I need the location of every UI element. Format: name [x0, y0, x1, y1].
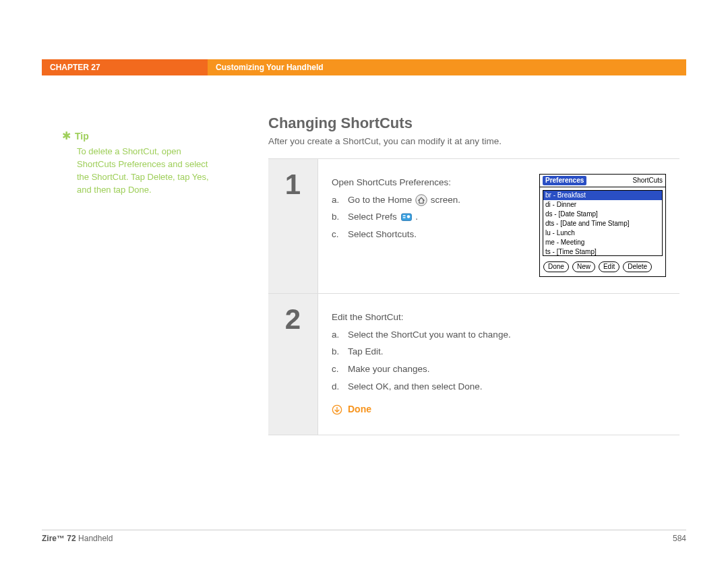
list-item[interactable]: dts - [Date and Time Stamp]: [543, 219, 662, 228]
chapter-title: Customizing Your Handheld: [208, 59, 686, 75]
step-1-item-b: b. Select Prefs .: [332, 208, 527, 226]
palm-preferences-panel: Preferences ShortCuts br - Breakfast di …: [539, 174, 666, 277]
list-item[interactable]: br - Breakfast: [543, 191, 662, 200]
footer-page-number: 584: [673, 534, 686, 543]
step-2-item-c: c. Make your changes.: [332, 361, 666, 378]
list-item[interactable]: ts - [Time Stamp]: [543, 247, 662, 256]
step-2-item-b: b. Tap Edit.: [332, 343, 666, 361]
steps-container: 1 Open ShortCuts Preferences: a. Go to t…: [268, 158, 679, 435]
prefs-icon: [400, 211, 413, 224]
list-item[interactable]: lu - Lunch: [543, 228, 662, 238]
step-2: 2 Edit the ShortCut: a. Select the Short…: [268, 294, 679, 435]
done-arrow-icon: [332, 404, 342, 415]
header-bar: CHAPTER 27 Customizing Your Handheld: [42, 59, 686, 75]
tip-label: Tip: [75, 131, 89, 142]
done-indicator: Done: [332, 400, 666, 418]
step-2-title: Edit the ShortCut:: [332, 309, 666, 326]
intro-text: After you create a ShortCut, you can mod…: [268, 136, 679, 146]
page-heading: Changing ShortCuts: [268, 115, 679, 132]
footer-product: Zire™ 72 Handheld: [42, 534, 113, 543]
step-1-title: Open ShortCuts Preferences:: [332, 174, 527, 191]
step-2-item-a: a. Select the ShortCut you want to chang…: [332, 326, 666, 344]
done-button[interactable]: Done: [543, 261, 569, 272]
tip-sidebar: ✱ Tip To delete a ShortCut, open ShortCu…: [62, 131, 214, 196]
step-1-item-c: c. Select Shortcuts.: [332, 226, 527, 243]
palm-title-right: ShortCuts: [633, 176, 663, 185]
step-1-item-a: a. Go to the Home screen.: [332, 191, 527, 209]
step-1-text: Open ShortCuts Preferences: a. Go to the…: [332, 174, 527, 277]
home-icon: [415, 193, 428, 207]
list-item[interactable]: ds - [Date Stamp]: [543, 210, 662, 219]
svg-rect-2: [402, 215, 405, 216]
footer-rule: [42, 530, 686, 530]
tip-star-icon: ✱: [62, 131, 71, 142]
step-2-item-d: d. Select OK, and then select Done.: [332, 378, 666, 396]
edit-button[interactable]: Edit: [599, 261, 619, 272]
palm-shortcut-list[interactable]: br - Breakfast di - Dinner ds - [Date St…: [543, 190, 663, 256]
new-button[interactable]: New: [572, 261, 595, 272]
list-item[interactable]: di - Dinner: [543, 200, 662, 210]
step-number: 2: [268, 294, 318, 435]
step-number: 1: [268, 159, 318, 293]
main-content: Changing ShortCuts After you create a Sh…: [268, 115, 679, 435]
delete-button[interactable]: Delete: [623, 261, 652, 272]
footer: Zire™ 72 Handheld 584: [42, 534, 686, 543]
step-1: 1 Open ShortCuts Preferences: a. Go to t…: [268, 159, 679, 294]
palm-title-left: Preferences: [543, 176, 586, 185]
list-item[interactable]: me - Meeting: [543, 238, 662, 247]
svg-rect-3: [402, 217, 405, 218]
svg-point-4: [406, 215, 410, 218]
chapter-label: CHAPTER 27: [42, 59, 208, 75]
tip-body: To delete a ShortCut, open ShortCuts Pre…: [62, 146, 214, 196]
step-2-text: Edit the ShortCut: a. Select the ShortCu…: [332, 309, 666, 418]
svg-point-0: [416, 195, 427, 206]
